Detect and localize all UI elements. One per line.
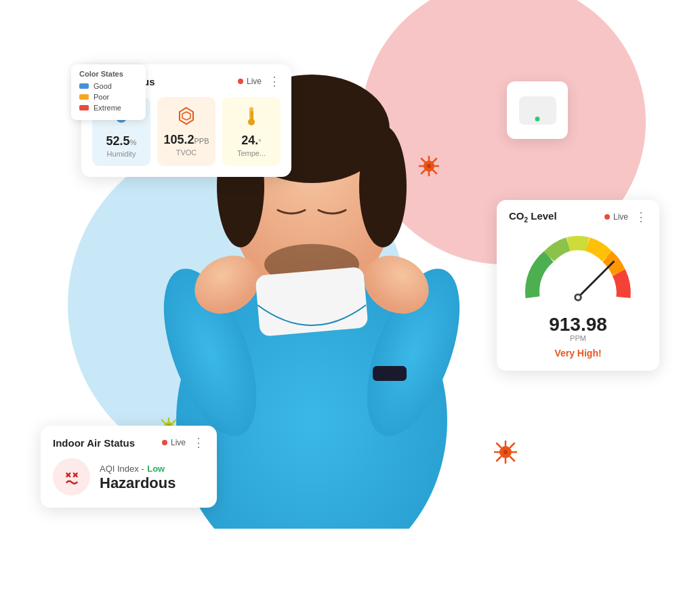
co2-status: Very High! <box>509 348 647 359</box>
svg-line-21 <box>421 170 425 174</box>
aqi-main-status: Hazardous <box>100 474 176 492</box>
svg-rect-11 <box>255 266 368 337</box>
svg-rect-50 <box>251 111 253 121</box>
co2-live-badge: Live <box>604 212 628 222</box>
tvoc-label: TVOC <box>176 148 197 157</box>
svg-line-39 <box>497 443 501 447</box>
temperature-tile: 24.° Tempe... <box>222 97 281 166</box>
indoor-air-more-button[interactable]: ⋮ <box>192 435 205 450</box>
virus-particle-1 <box>419 156 439 176</box>
color-state-poor: Poor <box>79 93 138 101</box>
room-status-live-label: Live <box>247 77 262 86</box>
room-status-more-button[interactable]: ⋮ <box>268 74 281 89</box>
humidity-label: Humidity <box>107 150 136 158</box>
co2-card: CO2 Level Live ⋮ <box>497 200 659 371</box>
tvoc-value: 105.2PPB <box>163 133 209 147</box>
co2-more-button[interactable]: ⋮ <box>635 209 647 224</box>
aqi-face-icon <box>53 458 90 495</box>
co2-unit: PPM <box>509 334 647 342</box>
svg-rect-12 <box>373 366 407 381</box>
aqi-index-label: AQI Index - <box>100 464 144 474</box>
co2-live-dot <box>604 214 610 220</box>
color-states-tooltip: Color States Good Poor Extreme <box>71 64 146 120</box>
indoor-air-live-dot <box>162 440 167 445</box>
svg-line-29 <box>162 420 165 424</box>
indoor-air-live-label: Live <box>171 438 186 447</box>
device-body <box>519 96 556 125</box>
color-state-good: Good <box>79 82 138 90</box>
svg-point-5 <box>359 125 407 247</box>
device-card <box>507 81 568 139</box>
virus-particle-3 <box>494 441 517 464</box>
svg-point-55 <box>576 296 580 300</box>
indoor-air-live-badge: Live <box>162 438 186 447</box>
tvoc-tile: 105.2PPB TVOC <box>157 97 215 166</box>
aqi-row: AQI Index - Low Hazardous <box>53 458 205 495</box>
device-status-dot <box>535 117 540 121</box>
co2-value-display: 913.98 PPM <box>509 314 647 342</box>
extreme-label: Extreme <box>94 104 121 112</box>
tvoc-icon <box>177 106 196 130</box>
color-state-extreme: Extreme <box>79 104 138 112</box>
co2-number: 913.98 <box>509 314 647 336</box>
indoor-air-title: Indoor Air Status <box>53 437 135 449</box>
indoor-air-status-card: Indoor Air Status Live ⋮ <box>41 426 217 508</box>
good-label: Good <box>94 82 112 90</box>
co2-gauge <box>509 232 647 307</box>
live-indicator-dot <box>238 79 243 84</box>
poor-label: Poor <box>94 93 109 101</box>
aqi-level-value: Low <box>147 464 165 474</box>
co2-title: CO2 Level <box>509 210 557 224</box>
temperature-value: 24.° <box>241 134 261 148</box>
co2-live-label: Live <box>613 212 628 222</box>
svg-line-41 <box>510 443 514 447</box>
svg-line-42 <box>497 457 501 461</box>
svg-point-23 <box>427 164 431 168</box>
good-swatch <box>79 83 89 89</box>
svg-line-19 <box>433 170 436 174</box>
room-status-live-badge: Live <box>238 77 262 86</box>
svg-line-31 <box>173 420 176 424</box>
co2-header: CO2 Level Live ⋮ <box>509 209 647 224</box>
svg-line-20 <box>433 159 436 162</box>
svg-point-44 <box>503 450 508 454</box>
poor-swatch <box>79 94 89 100</box>
color-states-title: Color States <box>79 70 138 78</box>
temperature-icon <box>245 106 258 131</box>
humidity-value: 52.5% <box>106 134 137 148</box>
svg-line-18 <box>421 159 425 162</box>
svg-marker-46 <box>180 108 193 124</box>
svg-marker-47 <box>182 112 190 120</box>
temperature-label: Tempe... <box>237 149 266 157</box>
indoor-air-header: Indoor Air Status Live ⋮ <box>53 435 205 450</box>
svg-line-40 <box>510 457 514 461</box>
aqi-info: AQI Index - Low Hazardous <box>100 462 176 492</box>
aqi-label-row: AQI Index - Low <box>100 462 176 474</box>
extreme-swatch <box>79 105 89 110</box>
